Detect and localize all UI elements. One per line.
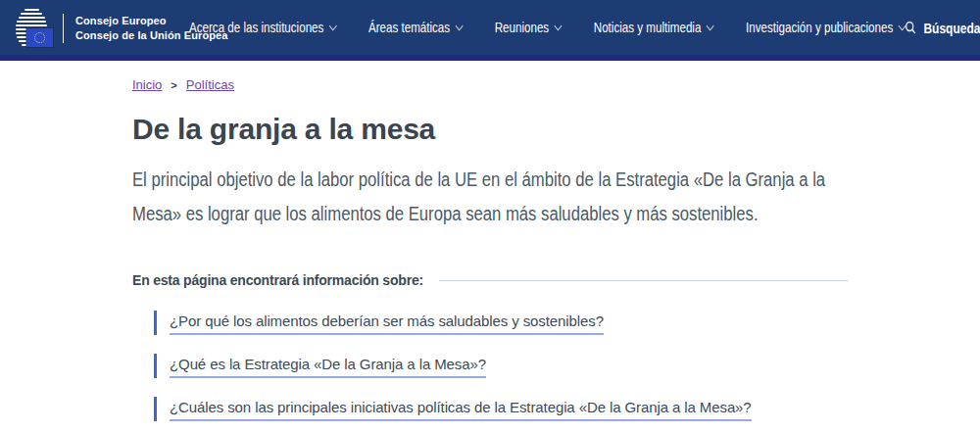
accent-bar	[154, 397, 157, 421]
search-icon	[905, 21, 915, 34]
breadcrumb-separator: >	[171, 79, 176, 91]
nav-item-label: Acerca de las instituciones	[189, 20, 323, 35]
nav-item-noticias-multimedia[interactable]: Noticias y multimedia	[594, 20, 713, 35]
page-content: Inicio > Políticas De la granja a la mes…	[0, 61, 980, 421]
page-title: De la granja a la mesa	[132, 113, 980, 146]
accent-bar	[154, 354, 157, 378]
breadcrumb-link-politicas[interactable]: Políticas	[186, 77, 234, 92]
toc-link-que-es-estrategia[interactable]: ¿Qué es la Estrategia «De la Granja a la…	[170, 354, 486, 378]
nav-item-areas-tematicas[interactable]: Áreas temáticas	[368, 20, 462, 35]
eu-stars-icon	[34, 32, 45, 43]
search-label: Búsqueda	[923, 20, 980, 36]
logo-divider	[63, 14, 64, 43]
breadcrumb-link-inicio[interactable]: Inicio	[132, 77, 162, 92]
nav-item-investigacion-publicaciones[interactable]: Investigación y publicaciones	[746, 20, 905, 35]
eu-flag-icon	[26, 28, 53, 47]
toc-link-list: ¿Por qué los alimentos deberían ser más …	[154, 311, 848, 421]
chevron-down-icon	[329, 21, 337, 30]
council-swirl-icon	[8, 6, 55, 51]
search-button[interactable]: Búsqueda	[905, 20, 980, 36]
nav-item-reuniones[interactable]: Reuniones	[495, 20, 561, 35]
toc-link-saludables-sostenibles[interactable]: ¿Por qué los alimentos deberían ser más …	[170, 311, 604, 335]
lead-paragraph: El principal objetivo de la labor políti…	[132, 163, 849, 231]
toc-divider	[439, 280, 848, 281]
list-item: ¿Qué es la Estrategia «De la Granja a la…	[154, 354, 848, 378]
top-navigation-bar: Consejo Europeo Consejo de la Unión Euro…	[0, 0, 980, 61]
nav-item-label: Noticias y multimedia	[594, 20, 702, 35]
chevron-down-icon	[707, 21, 714, 30]
primary-nav: Acerca de las instituciones Áreas temáti…	[189, 0, 979, 55]
nav-item-label: Reuniones	[495, 20, 549, 35]
toc-heading: En esta página encontrará información so…	[132, 272, 423, 288]
accent-bar	[154, 311, 157, 335]
toc-link-iniciativas-politicas[interactable]: ¿Cuáles son las principales iniciativas …	[170, 397, 752, 421]
chevron-down-icon	[554, 21, 562, 30]
toc-header: En esta página encontrará información so…	[132, 272, 848, 288]
nav-item-instituciones[interactable]: Acerca de las instituciones	[189, 20, 335, 35]
on-this-page-section: En esta página encontrará información so…	[132, 272, 848, 421]
nav-item-label: Investigación y publicaciones	[746, 20, 893, 35]
nav-item-label: Áreas temáticas	[368, 20, 450, 35]
list-item: ¿Cuáles son las principales iniciativas …	[154, 397, 848, 421]
breadcrumb: Inicio > Políticas	[132, 77, 980, 92]
list-item: ¿Por qué los alimentos deberían ser más …	[154, 311, 848, 335]
chevron-down-icon	[455, 21, 463, 30]
